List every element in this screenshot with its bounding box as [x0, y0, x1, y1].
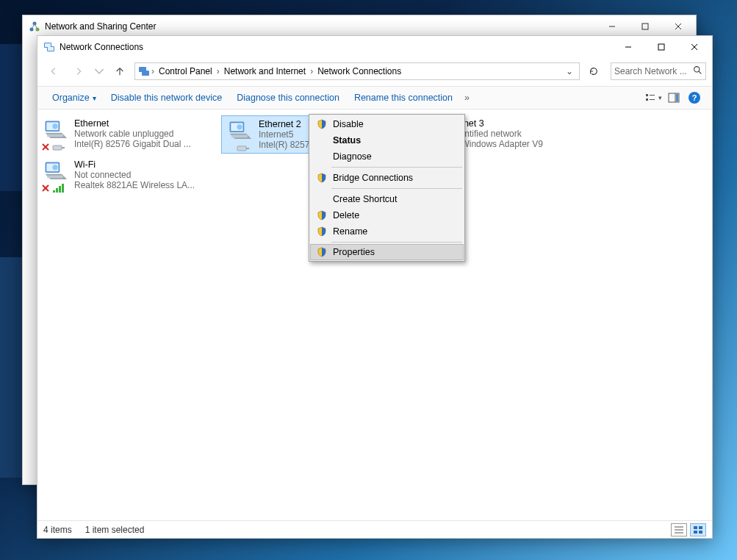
toolbar-overflow-button[interactable]: »: [460, 93, 474, 103]
chevron-down-icon: ▾: [658, 94, 662, 101]
back-button[interactable]: [43, 61, 64, 82]
address-history-dropdown[interactable]: ⌄: [563, 66, 576, 76]
breadcrumb-segment[interactable]: Control Panel: [156, 66, 215, 76]
svg-rect-49: [47, 176, 63, 179]
close-button[interactable]: [661, 15, 694, 37]
search-icon: [693, 65, 702, 77]
wifi-signal-icon: [52, 183, 65, 193]
toolbar-label: Diagnose this connection: [237, 93, 339, 103]
uac-shield-icon: [314, 226, 330, 237]
disconnected-overlay-icon: [40, 142, 51, 152]
refresh-button[interactable]: [586, 66, 602, 76]
chevron-right-icon[interactable]: ›: [309, 66, 314, 76]
chevron-right-icon[interactable]: ›: [150, 66, 156, 76]
close-button[interactable]: [677, 36, 711, 58]
rename-connection-button[interactable]: Rename this connection: [347, 93, 460, 103]
network-adapter-icon: [42, 118, 70, 151]
svg-rect-40: [246, 148, 249, 149]
context-menu: Disable Status Diagnose Bridge Connectio…: [309, 114, 465, 262]
menu-item-label: Rename: [330, 226, 457, 237]
organize-menu[interactable]: Organize ▾: [45, 93, 104, 103]
diagnose-connection-button[interactable]: Diagnose this connection: [229, 93, 347, 103]
details-view-button[interactable]: [671, 523, 687, 536]
svg-point-50: [52, 165, 57, 170]
svg-rect-57: [62, 184, 64, 193]
network-connections-window: Network Connections › Control Panel ›: [37, 35, 713, 539]
up-button[interactable]: [109, 61, 130, 82]
uac-shield-icon: [314, 119, 330, 129]
context-menu-item[interactable]: Properties: [310, 244, 464, 260]
chevron-right-icon[interactable]: ›: [215, 66, 221, 76]
search-placeholder: Search Network ...: [614, 66, 693, 76]
svg-point-29: [52, 123, 57, 129]
menu-item-label: Status: [330, 135, 457, 146]
svg-rect-64: [699, 531, 702, 534]
svg-rect-9: [45, 43, 51, 47]
svg-rect-37: [231, 135, 248, 138]
menu-item-label: Bridge Connections: [330, 173, 457, 183]
view-options-button[interactable]: ▾: [643, 93, 664, 103]
connection-item[interactable]: Wi-Fi Not connected Realtek 8821AE Wirel…: [37, 157, 221, 195]
network-center-icon: [29, 21, 40, 32]
connection-item[interactable]: Ethernet Network cable unplugged Intel(R…: [37, 115, 221, 154]
svg-rect-20: [646, 98, 648, 101]
minimize-button[interactable]: [595, 15, 628, 37]
status-bar: 4 items 1 item selected: [37, 520, 712, 538]
status-item-count: 4 items: [43, 525, 72, 535]
network-adapter-icon: [226, 119, 254, 151]
context-menu-item[interactable]: Bridge Connections: [311, 170, 463, 186]
svg-rect-33: [53, 146, 62, 150]
forward-button[interactable]: [68, 61, 89, 82]
address-bar[interactable]: › Control Panel › Network and Internet ›…: [134, 62, 580, 80]
window-title: Network and Sharing Center: [45, 21, 595, 32]
maximize-button[interactable]: [644, 36, 677, 58]
uac-shield-icon: [314, 210, 330, 220]
window-title: Network Connections: [60, 42, 611, 52]
minimize-button[interactable]: [611, 36, 644, 58]
disable-device-button[interactable]: Disable this network device: [104, 93, 229, 103]
svg-rect-12: [658, 44, 664, 50]
breadcrumb-segment[interactable]: Network and Internet: [221, 66, 309, 76]
titlebar-parent[interactable]: Network and Sharing Center: [23, 15, 696, 37]
menu-item-label: Delete: [330, 210, 457, 220]
network-connections-icon: [43, 41, 55, 53]
svg-rect-28: [47, 134, 63, 137]
connection-status: Not connected: [74, 170, 217, 180]
svg-rect-54: [53, 190, 55, 193]
svg-line-18: [699, 71, 701, 73]
svg-rect-62: [699, 526, 702, 529]
preview-pane-button[interactable]: [664, 93, 684, 103]
context-menu-item[interactable]: Status: [311, 132, 463, 148]
help-button[interactable]: ?: [684, 92, 705, 104]
chevron-down-icon: ▾: [93, 94, 96, 102]
context-menu-item[interactable]: Delete: [311, 207, 463, 223]
recent-locations-button[interactable]: [93, 61, 105, 82]
svg-rect-25: [676, 94, 678, 101]
context-menu-item[interactable]: Diagnose: [311, 148, 463, 165]
toolbar-label: Disable this network device: [111, 93, 222, 103]
svg-point-17: [694, 67, 700, 72]
menu-item-label: Properties: [330, 247, 457, 257]
tiles-view-button[interactable]: [690, 523, 706, 536]
svg-rect-55: [56, 188, 58, 193]
svg-point-38: [237, 124, 242, 129]
svg-rect-10: [48, 47, 54, 51]
svg-rect-16: [142, 71, 149, 76]
search-input[interactable]: Search Network ...: [611, 62, 706, 80]
context-menu-item[interactable]: Disable: [311, 116, 463, 132]
svg-rect-19: [646, 94, 648, 96]
svg-rect-61: [694, 526, 697, 529]
network-adapter-icon: [42, 159, 70, 192]
connector-icon: [52, 142, 65, 152]
titlebar[interactable]: Network Connections: [37, 36, 712, 58]
svg-rect-4: [642, 24, 648, 29]
context-menu-item[interactable]: Rename: [311, 223, 463, 240]
maximize-button[interactable]: [628, 15, 661, 37]
context-menu-item[interactable]: Create Shortcut: [311, 191, 463, 207]
svg-rect-63: [694, 531, 697, 534]
breadcrumb-segment[interactable]: Network Connections: [314, 66, 404, 76]
menu-item-label: Diagnose: [330, 151, 457, 162]
menu-item-label: Disable: [330, 119, 457, 129]
path-root-icon: [138, 65, 150, 77]
command-bar: Organize ▾ Disable this network device D…: [37, 86, 712, 110]
